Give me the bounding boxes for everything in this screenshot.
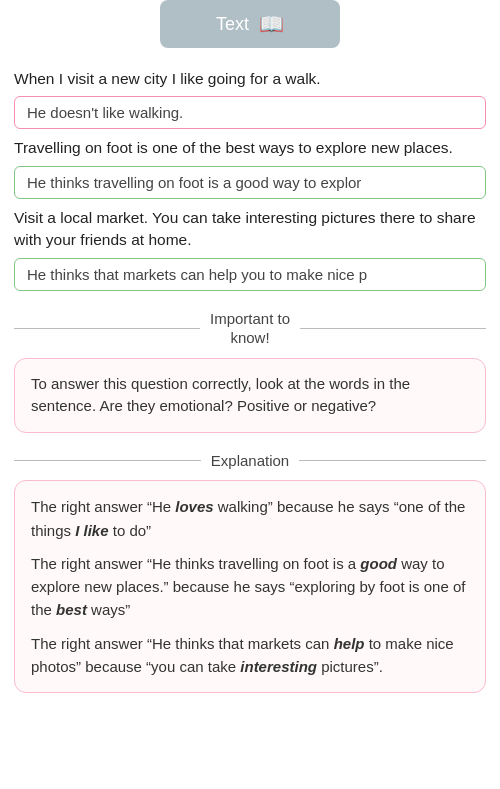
divider-line-right xyxy=(300,328,486,330)
sentence-3: Visit a local market. You can take inter… xyxy=(14,207,486,252)
explanation-para-1: The right answer “He loves walking” beca… xyxy=(31,495,469,542)
answer-box-2: He thinks travelling on foot is a good w… xyxy=(14,166,486,199)
important-text: To answer this question correctly, look … xyxy=(31,375,410,415)
important-divider-row: Important to know! xyxy=(14,309,486,348)
important-divider-label: Important to know! xyxy=(200,309,300,348)
sentence-1: When I visit a new city I like going for… xyxy=(14,68,486,90)
exp-divider-line-left xyxy=(14,460,201,462)
exp-divider-line-right xyxy=(299,460,486,462)
divider-line-left xyxy=(14,328,200,330)
answer-box-1: He doesn't like walking. xyxy=(14,96,486,129)
explanation-divider-label: Explanation xyxy=(201,451,299,471)
explanation-divider-row: Explanation xyxy=(14,451,486,471)
answer-box-3: He thinks that markets can help you to m… xyxy=(14,258,486,291)
explanation-box: The right answer “He loves walking” beca… xyxy=(14,480,486,693)
important-box: To answer this question correctly, look … xyxy=(14,358,486,433)
explanation-para-2: The right answer “He thinks travelling o… xyxy=(31,552,469,622)
sentence-2: Travelling on foot is one of the best wa… xyxy=(14,137,486,159)
explanation-para-3: The right answer “He thinks that markets… xyxy=(31,632,469,679)
main-content: When I visit a new city I like going for… xyxy=(0,48,500,719)
book-icon: 📖 xyxy=(259,12,284,36)
button-label: Text xyxy=(216,14,249,35)
text-button[interactable]: Text 📖 xyxy=(160,0,340,48)
